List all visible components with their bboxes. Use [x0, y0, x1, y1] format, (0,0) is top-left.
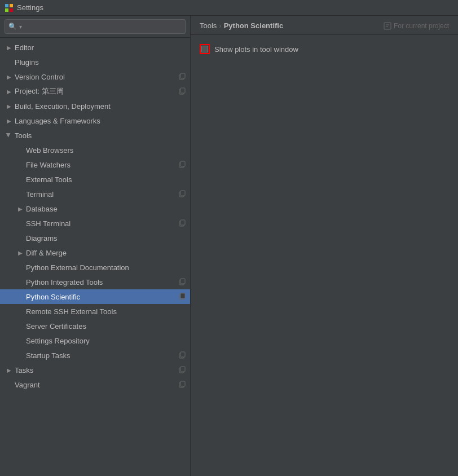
arrow-icon: ▶ [5, 131, 14, 140]
search-box[interactable]: 🔍 ▾ [0, 16, 190, 38]
item-label-remote-ssh: Remote SSH External Tools [26, 307, 186, 316]
copy-icon [178, 219, 186, 228]
item-label-tasks: Tasks [15, 366, 176, 374]
svg-rect-17 [180, 293, 185, 298]
sidebar-item-file-watchers[interactable]: File Watchers [0, 157, 190, 172]
app-icon [5, 3, 14, 12]
sidebar-list: ▶EditorPlugins▶Version Control▶Project: … [0, 38, 190, 476]
sidebar-item-database[interactable]: ▶Database [0, 201, 190, 216]
arrow-icon: ▶ [5, 116, 14, 125]
sidebar-item-tools[interactable]: ▶Tools [0, 128, 190, 143]
sidebar-item-ssh-terminal[interactable]: SSH Terminal [0, 216, 190, 231]
svg-rect-24 [384, 23, 391, 29]
item-label-vagrant: Vagrant [15, 381, 176, 389]
sidebar-item-remote-ssh[interactable]: Remote SSH External Tools [0, 304, 190, 319]
svg-rect-15 [180, 279, 185, 284]
arrow-icon: ▶ [16, 248, 25, 257]
item-label-web-browsers: Web Browsers [26, 146, 186, 155]
search-icon: 🔍 [8, 23, 17, 30]
sidebar-item-server-certs[interactable]: Server Certificates [0, 319, 190, 333]
item-label-ssh-terminal: SSH Terminal [26, 219, 176, 228]
copy-icon [178, 366, 186, 374]
search-field[interactable]: 🔍 ▾ [5, 19, 186, 34]
svg-rect-9 [180, 161, 185, 166]
svg-rect-11 [180, 191, 185, 196]
copy-icon [178, 161, 186, 169]
copy-icon [178, 190, 186, 199]
item-label-settings-repo: Settings Repository [26, 337, 186, 345]
for-current-project-label: For current project [394, 22, 449, 30]
copy-icon [178, 351, 186, 360]
item-label-build: Build, Execution, Deployment [15, 102, 186, 111]
sidebar-item-build[interactable]: ▶Build, Execution, Deployment [0, 99, 190, 113]
copy-icon [178, 73, 186, 81]
main-layout: 🔍 ▾ ▶EditorPlugins▶Version Control▶Proje… [0, 16, 458, 476]
sidebar-item-external-tools[interactable]: External Tools [0, 172, 190, 187]
sidebar-item-version-control[interactable]: ▶Version Control [0, 69, 190, 84]
svg-rect-21 [180, 367, 185, 372]
show-plots-checkbox[interactable] [200, 44, 210, 54]
svg-rect-13 [180, 220, 185, 225]
item-label-python-integrated-tools: Python Integrated Tools [26, 278, 176, 287]
project-icon [384, 22, 391, 30]
svg-rect-2 [5, 8, 8, 12]
sidebar-item-python-integrated-tools[interactable]: Python Integrated Tools [0, 275, 190, 289]
svg-rect-1 [10, 4, 13, 7]
breadcrumb-parent: Tools [200, 21, 217, 30]
item-label-plugins: Plugins [15, 58, 186, 67]
item-label-file-watchers: File Watchers [26, 161, 176, 169]
arrow-icon: ▶ [5, 365, 14, 374]
sidebar-item-vagrant[interactable]: Vagrant [0, 377, 190, 392]
show-plots-label: Show plots in tool window [214, 45, 298, 54]
content-body: Show plots in tool window [191, 35, 458, 63]
item-label-project: Project: 第三周 [15, 86, 176, 96]
item-label-diagrams: Diagrams [26, 234, 186, 243]
svg-rect-3 [10, 8, 13, 12]
item-label-python-ext-docs: Python External Documentation [26, 263, 186, 272]
show-plots-row: Show plots in tool window [200, 44, 449, 54]
sidebar-item-startup-tasks[interactable]: Startup Tasks [0, 348, 190, 363]
item-label-server-certs: Server Certificates [26, 322, 186, 330]
item-label-version-control: Version Control [15, 73, 176, 81]
breadcrumb-separator: › [219, 21, 221, 30]
svg-rect-0 [5, 4, 8, 7]
breadcrumb: Tools › Python Scientific [200, 21, 283, 30]
sidebar: 🔍 ▾ ▶EditorPlugins▶Version Control▶Proje… [0, 16, 191, 476]
arrow-icon: ▶ [5, 87, 14, 96]
for-current-project: For current project [384, 22, 449, 30]
item-label-diff-merge: Diff & Merge [26, 249, 186, 257]
item-label-editor: Editor [15, 43, 186, 52]
sidebar-item-plugins[interactable]: Plugins [0, 55, 190, 69]
sidebar-item-project[interactable]: ▶Project: 第三周 [0, 84, 190, 99]
copy-icon [178, 293, 186, 301]
item-label-database: Database [26, 205, 186, 213]
copy-icon [178, 278, 186, 287]
item-label-startup-tasks: Startup Tasks [26, 351, 176, 360]
search-dropdown-arrow[interactable]: ▾ [19, 24, 22, 30]
copy-icon [178, 87, 186, 96]
sidebar-item-web-browsers[interactable]: Web Browsers [0, 143, 190, 157]
copy-icon [178, 381, 186, 389]
arrow-icon: ▶ [5, 102, 14, 111]
sidebar-item-python-scientific[interactable]: Python Scientific [0, 289, 190, 304]
sidebar-item-settings-repo[interactable]: Settings Repository [0, 333, 190, 348]
checkbox-inner [201, 46, 208, 52]
svg-rect-5 [180, 73, 185, 78]
svg-rect-19 [180, 352, 185, 357]
breadcrumb-current: Python Scientific [224, 21, 283, 30]
sidebar-item-diagrams[interactable]: Diagrams [0, 231, 190, 245]
svg-rect-23 [180, 381, 185, 386]
title-bar: Settings [0, 0, 458, 16]
arrow-icon: ▶ [5, 43, 14, 52]
sidebar-item-python-ext-docs[interactable]: Python External Documentation [0, 260, 190, 275]
content-panel: Tools › Python Scientific For current pr… [191, 16, 458, 476]
sidebar-item-tasks[interactable]: ▶Tasks [0, 363, 190, 377]
sidebar-item-terminal[interactable]: Terminal [0, 187, 190, 201]
sidebar-item-editor[interactable]: ▶Editor [0, 40, 190, 55]
item-label-terminal: Terminal [26, 190, 176, 199]
sidebar-item-diff-merge[interactable]: ▶Diff & Merge [0, 245, 190, 260]
sidebar-item-languages[interactable]: ▶Languages & Frameworks [0, 113, 190, 128]
item-label-tools: Tools [15, 131, 186, 140]
content-header: Tools › Python Scientific For current pr… [191, 16, 458, 35]
item-label-python-scientific: Python Scientific [26, 293, 176, 301]
